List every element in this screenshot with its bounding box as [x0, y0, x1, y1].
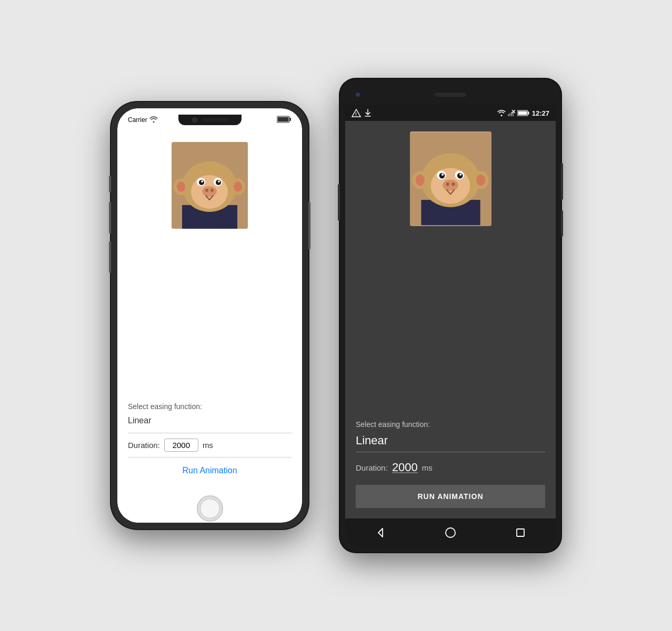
svg-rect-25: [511, 112, 512, 116]
svg-point-44: [441, 174, 443, 176]
android-speaker: [435, 93, 466, 97]
svg-rect-1: [289, 118, 291, 121]
android-phone: !: [340, 79, 561, 552]
android-nav-bar: [345, 518, 556, 547]
android-screen: !: [345, 84, 556, 547]
ios-status-left: Carrier: [128, 116, 158, 124]
android-wifi-icon: [497, 110, 506, 116]
svg-point-48: [452, 182, 455, 186]
svg-text:!: !: [355, 111, 357, 117]
android-duration-value: 2000: [392, 461, 418, 474]
ios-home-button-inner: [200, 498, 220, 518]
android-time: 12:27: [532, 109, 549, 117]
android-power-button[interactable]: [561, 163, 563, 200]
android-easing-label: Select easing function:: [356, 420, 545, 429]
svg-point-19: [210, 189, 214, 192]
android-easing-row: Linear: [356, 434, 545, 452]
svg-point-9: [234, 181, 242, 192]
android-phone-inner: !: [345, 84, 556, 547]
svg-point-18: [205, 189, 208, 192]
svg-point-47: [446, 182, 449, 186]
svg-rect-24: [509, 113, 510, 116]
android-easing-value: Linear: [356, 434, 545, 447]
svg-rect-51: [517, 529, 524, 536]
android-signal-icon: [508, 110, 515, 116]
android-form: Select easing function: Linear Duration:…: [356, 420, 545, 508]
android-warning-icon: !: [352, 109, 361, 117]
svg-point-50: [446, 528, 455, 537]
svg-point-16: [218, 180, 220, 182]
ios-speaker: [202, 118, 228, 121]
ios-content: Select easing function: Linear Duration:…: [117, 131, 302, 494]
ios-home-button[interactable]: [197, 495, 223, 522]
android-recents-button[interactable]: [510, 522, 531, 543]
ios-form: Select easing function: Linear Duration:…: [128, 386, 292, 484]
ios-carrier-label: Carrier: [128, 116, 147, 124]
android-front-camera: [356, 93, 360, 97]
svg-rect-23: [508, 114, 509, 116]
monkey-image: [172, 142, 248, 229]
svg-point-46: [443, 180, 458, 191]
android-duration-label: Duration:: [356, 463, 388, 472]
android-run-animation-button[interactable]: RUN ANIMATION: [356, 485, 545, 508]
svg-point-36: [415, 175, 424, 186]
ios-easing-label: Select easing function:: [128, 402, 292, 411]
ios-phone-inner: Carrier 12:26 PM: [117, 108, 302, 523]
android-volume-button[interactable]: [561, 210, 563, 237]
android-download-icon: [364, 109, 372, 117]
ios-battery-icon: [277, 116, 292, 125]
ios-phone: Carrier 12:26 PM: [111, 102, 308, 529]
ios-wifi-icon: [149, 116, 158, 124]
ios-run-animation-button[interactable]: Run Animation: [128, 457, 292, 484]
ios-home-bar: [117, 494, 302, 523]
svg-point-38: [476, 175, 485, 186]
android-volume-left-button[interactable]: [338, 184, 340, 221]
svg-marker-49: [378, 528, 383, 537]
android-top-hardware: [345, 84, 556, 105]
ios-screen: Carrier 12:26 PM: [117, 108, 302, 523]
android-content: Select easing function: Linear Duration:…: [345, 121, 556, 518]
ios-easing-value: Linear: [128, 414, 292, 428]
android-status-right: 12:27: [497, 109, 549, 117]
android-status-bar: !: [345, 105, 556, 121]
ios-duration-row: Duration: ms: [128, 433, 292, 457]
ios-volume-down-button[interactable]: [109, 241, 111, 273]
ios-mute-button[interactable]: [109, 176, 111, 192]
ios-camera: [192, 117, 197, 123]
android-monkey-image: [410, 131, 492, 226]
ios-notch: [178, 115, 242, 125]
ios-volume-up-button[interactable]: [109, 202, 111, 233]
ios-duration-label: Duration:: [128, 441, 160, 450]
svg-point-17: [202, 186, 217, 197]
ios-power-button[interactable]: [308, 202, 310, 249]
svg-rect-2: [277, 117, 288, 121]
android-duration-row: Duration: 2000 ms: [356, 461, 545, 474]
android-sensor: [541, 93, 545, 97]
android-status-left: !: [352, 109, 372, 117]
svg-point-7: [177, 181, 185, 192]
svg-rect-31: [518, 111, 527, 115]
android-back-button[interactable]: [370, 522, 391, 543]
svg-point-45: [459, 174, 462, 176]
ios-duration-unit: ms: [203, 441, 213, 450]
svg-point-15: [201, 180, 203, 182]
android-battery-icon: [517, 110, 530, 116]
svg-rect-30: [528, 112, 529, 115]
android-home-button[interactable]: [440, 522, 461, 543]
ios-duration-input[interactable]: [164, 439, 198, 452]
ios-status-right: [277, 116, 292, 125]
ios-easing-function-row: Select easing function: Linear: [128, 397, 292, 433]
android-duration-unit: ms: [422, 463, 433, 472]
